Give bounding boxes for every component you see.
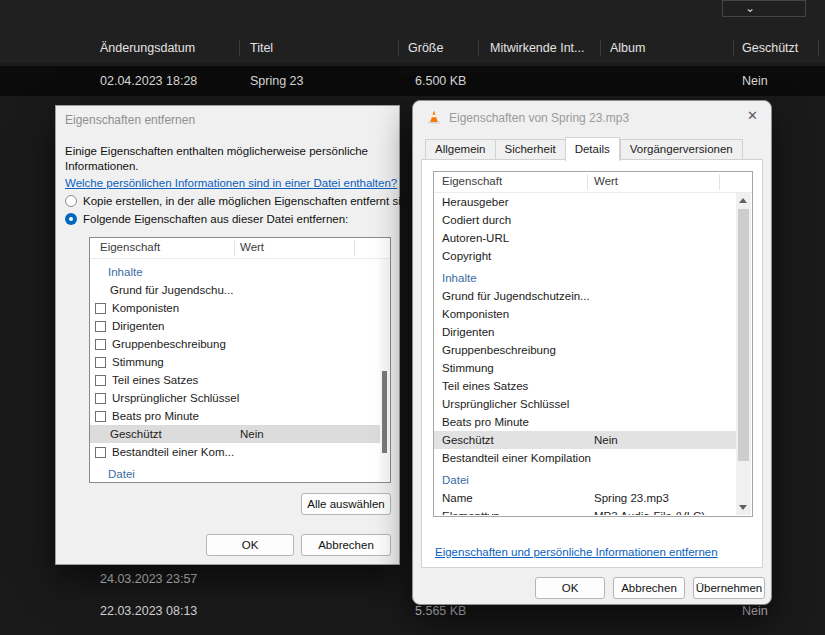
column-header-size[interactable]: Größe [408,41,443,55]
property-row[interactable]: Ursprünglicher Schlüssel [434,395,736,413]
scrollbar[interactable] [380,259,389,481]
property-label: Geschützt [442,434,494,446]
property-label: Beats pro Minute [112,410,199,422]
select-all-button[interactable]: Alle auswählen [301,493,391,515]
property-row[interactable]: Geschützt Nein [90,425,380,443]
tab-sicherheit[interactable]: Sicherheit [495,139,565,160]
column-header-album[interactable]: Album [610,41,645,55]
radio-create-copy[interactable]: Kopie erstellen, in der alle möglichen E… [65,195,414,207]
ok-button[interactable]: OK [535,577,605,599]
radio-remove-selected[interactable]: Folgende Eigenschaften aus dieser Datei … [65,213,348,225]
column-property[interactable]: Eigenschaft [100,241,160,253]
property-label: Stimmung [112,356,164,368]
property-row[interactable]: Inhalte [90,259,380,281]
property-label: Autoren-URL [442,232,509,244]
chevron-down-icon[interactable]: ⌄ [745,1,755,15]
property-row[interactable]: Komponisten [434,305,736,323]
property-value: Nein [240,428,264,440]
tab-allgemein[interactable]: Allgemein [425,139,495,160]
toolbar-dropdown[interactable] [722,0,806,17]
property-label: Codiert durch [442,214,511,226]
checkbox-icon[interactable] [95,357,106,368]
apply-button[interactable]: Übernehmen [693,577,765,599]
cancel-button[interactable]: Abbrechen [301,534,391,556]
column-value[interactable]: Wert [594,175,618,187]
property-label: Inhalte [108,266,143,278]
checkbox-icon[interactable] [95,303,106,314]
property-row[interactable]: Beats pro Minute [90,407,380,425]
property-label: Grund für Jugendschutzein... [442,290,590,302]
vlc-icon [426,109,442,125]
checkbox-icon[interactable] [95,375,106,386]
close-icon[interactable]: ✕ [747,108,758,123]
list-rows: Herausgeber Codiert durch Autoren-URL Co… [434,193,736,515]
checkbox-icon[interactable] [95,393,106,404]
list-header: Eigenschaft Wert [90,238,390,259]
file-protected: Nein [742,604,768,618]
scroll-down-icon[interactable] [739,505,747,510]
property-row[interactable]: Name Spring 23.mp3 [434,489,736,507]
remove-properties-link[interactable]: Eigenschaften und persönliche Informatio… [435,546,718,558]
ok-button[interactable]: OK [206,534,294,556]
property-row[interactable]: Bestandteil einer Kom... [90,443,380,461]
column-header-date[interactable]: Änderungsdatum [100,41,195,55]
property-label: Geschützt [110,428,162,440]
column-divider [239,40,240,56]
property-row[interactable]: Geschützt Nein [434,431,736,449]
property-row[interactable]: Datei [434,467,736,489]
checkbox-icon[interactable] [95,321,106,332]
column-divider [600,40,601,56]
scrollbar-thumb[interactable] [382,371,387,453]
property-row[interactable]: Elementtyp MP3 Audio-File (VLC) [434,507,736,515]
radio-unchecked-icon[interactable] [65,195,77,207]
privacy-info-link[interactable]: Welche persönlichen Informationen sind i… [65,177,397,189]
property-row[interactable]: Dirigenten [434,323,736,341]
property-row[interactable]: Teil eines Satzes [434,377,736,395]
property-row[interactable]: Stimmung [434,359,736,377]
property-row[interactable]: Gruppenbeschreibung [90,335,380,353]
column-divider [478,40,479,56]
property-row[interactable]: Inhalte [434,265,736,287]
tab-details[interactable]: Details [565,137,620,161]
property-row[interactable]: Gruppenbeschreibung [434,341,736,359]
column-value[interactable]: Wert [240,241,264,253]
property-row[interactable]: Copyright [434,247,736,265]
property-row[interactable]: Komponisten [90,299,380,317]
property-row[interactable]: Datei [90,461,380,481]
file-date: 24.03.2023 23:57 [100,572,197,586]
column-header-title[interactable]: Titel [250,41,273,55]
file-row-selected[interactable]: 02.04.2023 18:28 Spring 23 6.500 KB Nein [0,66,825,96]
property-row[interactable]: Ursprünglicher Schlüssel [90,389,380,407]
file-protected: Nein [742,74,768,88]
column-property[interactable]: Eigenschaft [442,175,502,187]
property-row[interactable]: Teil eines Satzes [90,371,380,389]
property-label: Bestandteil einer Kom... [112,446,234,458]
property-label: Grund für Jugendschu... [110,284,233,296]
cancel-button[interactable]: Abbrechen [613,577,685,599]
property-row[interactable]: Stimmung [90,353,380,371]
column-header-protected[interactable]: Geschützt [742,41,798,55]
remove-properties-dialog: Eigenschaften entfernen Einige Eigenscha… [55,105,400,565]
property-row[interactable]: Grund für Jugendschu... [90,281,380,299]
property-label: Inhalte [442,272,477,284]
column-header-contributors[interactable]: Mitwirkende Int... [490,41,584,55]
property-row[interactable]: Bestandteil einer Kompilation [434,449,736,467]
property-row[interactable]: Dirigenten [90,317,380,335]
checkbox-icon[interactable] [95,447,106,458]
scrollbar-thumb[interactable] [738,209,749,461]
tab-vorgaengerversionen[interactable]: Vorgängerversionen [620,139,743,160]
property-label: Gruppenbeschreibung [442,344,556,356]
scrollbar[interactable] [736,193,751,515]
property-row[interactable]: Grund für Jugendschutzein... [434,287,736,305]
property-row[interactable]: Beats pro Minute [434,413,736,431]
property-label: Gruppenbeschreibung [112,338,226,350]
radio-checked-icon[interactable] [65,213,77,225]
tab-bar: Allgemein Sicherheit Details Vorgängerve… [425,139,743,160]
checkbox-icon[interactable] [95,339,106,350]
property-row[interactable]: Autoren-URL [434,229,736,247]
checkbox-icon[interactable] [95,411,106,422]
scroll-up-icon[interactable] [739,198,747,203]
property-label: Elementtyp [442,510,500,515]
property-row[interactable]: Codiert durch [434,211,736,229]
property-row[interactable]: Herausgeber [434,193,736,211]
